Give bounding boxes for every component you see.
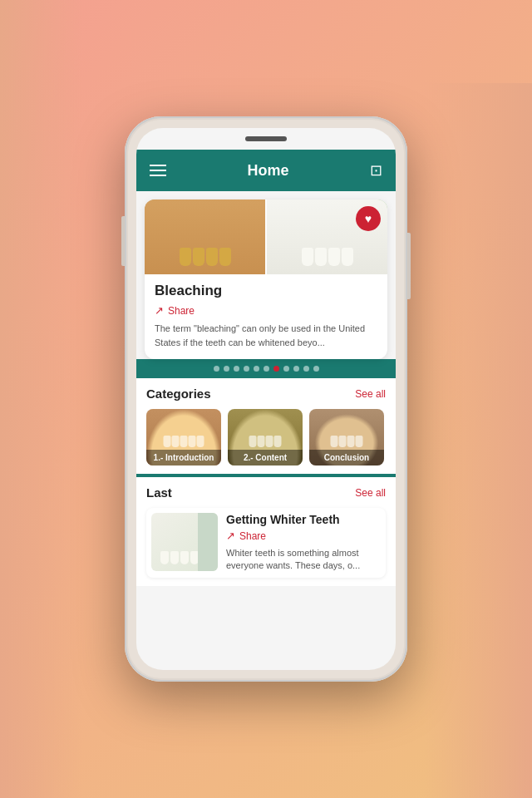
article-share-label: Share <box>239 530 266 542</box>
tooth <box>219 248 231 266</box>
cat-tooth <box>249 436 257 447</box>
category-card-1[interactable]: 1.- Introduction <box>146 409 221 466</box>
cat-teeth-3 <box>331 436 363 447</box>
last-header: Last See all <box>146 485 386 500</box>
last-section: Last See all <box>136 477 396 586</box>
cat-tooth <box>164 436 171 447</box>
hero-image: ♥ <box>145 200 387 274</box>
bookmark-icon[interactable]: ⊡ <box>370 161 382 180</box>
cat-teeth-1 <box>164 436 204 447</box>
dot-4[interactable] <box>244 366 249 372</box>
tooth <box>315 248 327 266</box>
phone-screen: Home ⊡ <box>136 128 396 670</box>
cat-tooth <box>347 436 355 447</box>
dot-8[interactable] <box>283 366 289 372</box>
category-card-3[interactable]: Conclusion <box>309 409 384 466</box>
phone-frame: Home ⊡ <box>125 116 407 682</box>
hero-card: ♥ Bleaching ↗ Share The term "bleaching"… <box>145 200 387 359</box>
yellow-teeth-row <box>145 248 265 266</box>
carousel-dots <box>136 359 396 378</box>
thumb-image <box>151 513 218 571</box>
cat-tooth <box>356 436 363 447</box>
thumb-tooth <box>180 551 189 564</box>
speaker <box>245 136 287 141</box>
phone-device: Home ⊡ <box>125 116 407 682</box>
tooth <box>180 248 191 266</box>
share-icon-2: ↗ <box>226 530 235 542</box>
cat-tooth <box>274 436 282 447</box>
dot-2[interactable] <box>224 366 229 372</box>
category-label-3: Conclusion <box>309 450 384 466</box>
dot-6[interactable] <box>264 366 269 372</box>
article-thumbnail <box>151 513 218 571</box>
share-icon: ↗ <box>155 304 164 317</box>
cat-tooth <box>266 436 273 447</box>
dot-10[interactable] <box>303 366 309 372</box>
hero-content: Bleaching ↗ Share The term "bleaching" c… <box>145 274 387 359</box>
cat-tooth <box>172 436 180 447</box>
menu-button[interactable] <box>150 165 166 176</box>
last-title: Last <box>146 485 172 500</box>
hand-left-bg <box>0 0 83 798</box>
cat-teeth-2 <box>249 436 282 447</box>
cat-tooth <box>331 436 338 447</box>
whitening-strip <box>198 513 218 571</box>
cat-tooth <box>180 436 188 447</box>
tooth <box>193 248 204 266</box>
hamburger-line-3 <box>150 175 166 176</box>
white-teeth-row <box>267 248 387 266</box>
article-item-desc: Whiter teeth is something almost everyon… <box>226 547 381 573</box>
dot-5[interactable] <box>254 366 259 372</box>
cat-tooth <box>197 436 204 447</box>
hamburger-line-1 <box>150 165 166 166</box>
last-see-all[interactable]: See all <box>355 487 386 499</box>
categories-row: 1.- Introduction 2.- Content <box>146 409 386 469</box>
dot-7-active[interactable] <box>273 366 279 372</box>
category-label-1: 1.- Introduction <box>146 450 221 466</box>
thumb-tooth <box>170 551 179 564</box>
tooth <box>206 248 218 266</box>
app-header: Home ⊡ <box>136 150 396 191</box>
article-item-title: Getting Whiter Teeth <box>226 513 381 526</box>
thumb-tooth <box>160 551 169 564</box>
dot-11[interactable] <box>313 366 319 372</box>
article-info: Getting Whiter Teeth ↗ Share Whiter teet… <box>226 513 381 573</box>
category-card-2[interactable]: 2.- Content <box>228 409 303 466</box>
categories-header: Categories See all <box>146 387 386 401</box>
hand-right-bg <box>424 83 532 798</box>
categories-section: Categories See all <box>136 378 396 474</box>
dot-1[interactable] <box>214 366 219 372</box>
tooth <box>302 248 313 266</box>
cat-tooth <box>339 436 347 447</box>
category-label-2: 2.- Content <box>228 450 303 466</box>
categories-see-all[interactable]: See all <box>355 388 386 400</box>
hamburger-line-2 <box>150 170 166 171</box>
article-list-item[interactable]: Getting Whiter Teeth ↗ Share Whiter teet… <box>146 508 386 578</box>
teeth-left-side <box>145 200 265 274</box>
header-title: Home <box>247 162 288 180</box>
tooth <box>342 248 353 266</box>
dot-9[interactable] <box>293 366 299 372</box>
hero-description: The term "bleaching" can only be used in… <box>155 322 377 349</box>
article-share-row[interactable]: ↗ Share <box>226 530 381 542</box>
hero-article-title: Bleaching <box>155 283 377 299</box>
dot-3[interactable] <box>234 366 239 372</box>
teeth-visual <box>145 200 387 274</box>
cat-tooth <box>189 436 196 447</box>
hero-share-label: Share <box>168 305 195 317</box>
categories-title: Categories <box>146 387 211 401</box>
cat-tooth <box>258 436 265 447</box>
favorite-button[interactable]: ♥ <box>356 206 381 231</box>
tooth <box>328 248 340 266</box>
hero-share-row[interactable]: ↗ Share <box>155 304 377 317</box>
